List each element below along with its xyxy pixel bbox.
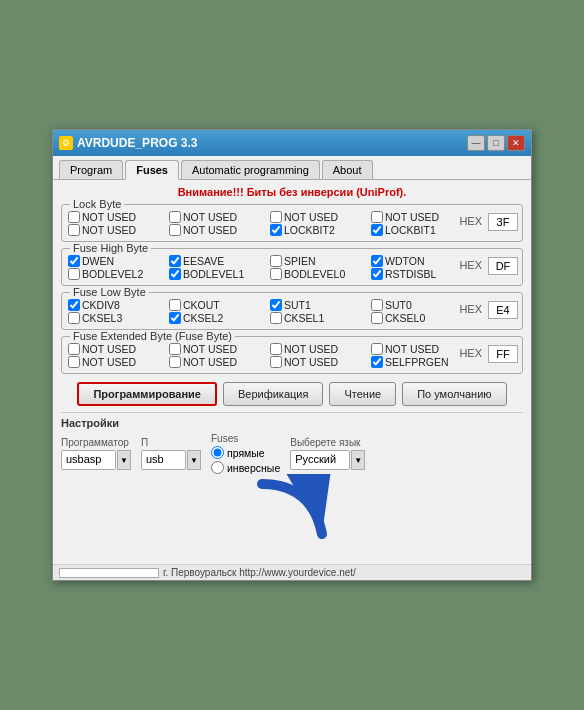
lock-byte-row1: NOT USED NOT USED NOT USED NOT USED (68, 211, 472, 223)
cb-selfprgen[interactable]: SELFPRGEN (371, 356, 472, 368)
fuses-inverted-label: инверсные (227, 462, 280, 474)
verify-button[interactable]: Верификация (223, 382, 324, 406)
settings-section: Настройки Программатор usbasp ▼ П usb ▼ (61, 412, 523, 474)
programmer-value[interactable]: usbasp (61, 450, 116, 470)
default-button[interactable]: По умолчанию (402, 382, 506, 406)
cb-sut0[interactable]: SUT0 (371, 299, 472, 311)
cb-lock-notused5[interactable]: NOT USED (68, 224, 169, 236)
fuses-inverted-radio[interactable]: инверсные (211, 461, 280, 474)
language-select[interactable]: Русский ▼ (290, 450, 365, 470)
cb-lock-notused6[interactable]: NOT USED (169, 224, 270, 236)
cb-spien[interactable]: SPIEN (270, 255, 371, 267)
fuse-low-byte-label: Fuse Low Byte (70, 286, 149, 298)
fuse-ext-row1: NOT USED NOT USED NOT USED NOT USED (68, 343, 472, 355)
minimize-button[interactable]: — (467, 135, 485, 151)
action-buttons-row: Программирование Верификация Чтение По у… (61, 382, 523, 406)
fuse-low-inner: CKDIV8 CKOUT SUT1 SUT0 CKSEL3 CKSEL2 CKS… (68, 299, 472, 324)
fuse-high-byte-group: Fuse High Byte HEX DF DWEN EESAVE SPIEN … (61, 248, 523, 286)
cb-bodlevel0[interactable]: BODLEVEL0 (270, 268, 371, 280)
fuses-direct-radio[interactable]: прямые (211, 446, 280, 459)
cb-ext-notused6[interactable]: NOT USED (169, 356, 270, 368)
port-value[interactable]: usb (141, 450, 186, 470)
cb-cksel1[interactable]: CKSEL1 (270, 312, 371, 324)
cb-bodlevel1[interactable]: BODLEVEL1 (169, 268, 270, 280)
fuse-high-row2: BODLEVEL2 BODLEVEL1 BODLEVEL0 RSTDISBL (68, 268, 472, 280)
cb-cksel2[interactable]: CKSEL2 (169, 312, 270, 324)
tab-about[interactable]: About (322, 160, 373, 179)
lock-byte-group: Lock Byte HEX 3F NOT USED NOT USED NOT U… (61, 204, 523, 242)
status-bar: г. Первоуральск http://www.yourdevice.ne… (53, 564, 531, 580)
arrow-area (61, 474, 523, 554)
language-dropdown-arrow[interactable]: ▼ (351, 450, 365, 470)
lock-byte-inner: NOT USED NOT USED NOT USED NOT USED NOT … (68, 211, 472, 236)
cb-lockbit1[interactable]: LOCKBIT1 (371, 224, 472, 236)
fuse-ext-inner: NOT USED NOT USED NOT USED NOT USED NOT … (68, 343, 472, 368)
lock-byte-label: Lock Byte (70, 198, 124, 210)
cb-rstdisbl[interactable]: RSTDISBL (371, 268, 472, 280)
port-dropdown-arrow[interactable]: ▼ (187, 450, 201, 470)
status-text: г. Первоуральск http://www.yourdevice.ne… (163, 567, 356, 578)
language-value[interactable]: Русский (290, 450, 350, 470)
tab-fuses[interactable]: Fuses (125, 160, 179, 180)
fuses-content: Внимание!!! Биты без инверсии (UniProf).… (53, 180, 531, 560)
cb-lock-notused4[interactable]: NOT USED (371, 211, 472, 223)
cb-wdton[interactable]: WDTON (371, 255, 472, 267)
cb-ckout[interactable]: CKOUT (169, 299, 270, 311)
port-group: П usb ▼ (141, 437, 201, 470)
fuses-direct-label: прямые (227, 447, 265, 459)
tabs-bar: Program Fuses Automatic programming Abou… (53, 156, 531, 180)
cb-ext-notused1[interactable]: NOT USED (68, 343, 169, 355)
cb-lockbit2[interactable]: LOCKBIT2 (270, 224, 371, 236)
programmer-group: Программатор usbasp ▼ (61, 437, 131, 470)
title-bar-left: ⚙ AVRDUDE_PROG 3.3 (59, 136, 197, 150)
fuse-ext-row2: NOT USED NOT USED NOT USED SELFPRGEN (68, 356, 472, 368)
fuse-ext-hex-value[interactable]: FF (488, 345, 518, 363)
title-bar: ⚙ AVRDUDE_PROG 3.3 — □ ✕ (53, 130, 531, 156)
cb-ext-notused2[interactable]: NOT USED (169, 343, 270, 355)
lock-byte-hex-value[interactable]: 3F (488, 213, 518, 231)
fuse-ext-byte-label: Fuse Extended Byte (Fuse Byte) (70, 330, 235, 342)
programmer-dropdown-arrow[interactable]: ▼ (117, 450, 131, 470)
cb-lock-notused3[interactable]: NOT USED (270, 211, 371, 223)
settings-label: Настройки (61, 417, 523, 429)
programmer-label: Программатор (61, 437, 131, 448)
fuse-low-row1: CKDIV8 CKOUT SUT1 SUT0 (68, 299, 472, 311)
cb-lock-notused2[interactable]: NOT USED (169, 211, 270, 223)
language-label: Выберете язык (290, 437, 365, 448)
window-title: AVRDUDE_PROG 3.3 (77, 136, 197, 150)
fuse-low-hex-label: HEX (459, 303, 482, 315)
tab-program[interactable]: Program (59, 160, 123, 179)
fuse-high-hex-label: HEX (459, 259, 482, 271)
cb-lock-notused1[interactable]: NOT USED (68, 211, 169, 223)
read-button[interactable]: Чтение (329, 382, 396, 406)
cb-ext-notused5[interactable]: NOT USED (68, 356, 169, 368)
cb-ckdiv8[interactable]: CKDIV8 (68, 299, 169, 311)
progress-bar (59, 568, 159, 578)
close-button[interactable]: ✕ (507, 135, 525, 151)
cb-sut1[interactable]: SUT1 (270, 299, 371, 311)
fuse-low-hex-value[interactable]: E4 (488, 301, 518, 319)
fuse-ext-hex-label: HEX (459, 347, 482, 359)
fuse-high-byte-label: Fuse High Byte (70, 242, 151, 254)
cb-cksel3[interactable]: CKSEL3 (68, 312, 169, 324)
cb-ext-notused7[interactable]: NOT USED (270, 356, 371, 368)
cb-dwen[interactable]: DWEN (68, 255, 169, 267)
cb-cksel0[interactable]: CKSEL0 (371, 312, 472, 324)
fuses-label: Fuses (211, 433, 280, 444)
app-icon: ⚙ (59, 136, 73, 150)
cb-eesave[interactable]: EESAVE (169, 255, 270, 267)
program-button[interactable]: Программирование (77, 382, 217, 406)
cb-ext-notused3[interactable]: NOT USED (270, 343, 371, 355)
programmer-select[interactable]: usbasp ▼ (61, 450, 131, 470)
port-label: П (141, 437, 201, 448)
tab-automatic[interactable]: Automatic programming (181, 160, 320, 179)
fuse-extended-byte-group: Fuse Extended Byte (Fuse Byte) HEX FF NO… (61, 336, 523, 374)
maximize-button[interactable]: □ (487, 135, 505, 151)
port-select[interactable]: usb ▼ (141, 450, 201, 470)
cb-bodlevel2[interactable]: BODLEVEL2 (68, 268, 169, 280)
cb-ext-notused4[interactable]: NOT USED (371, 343, 472, 355)
main-window: ⚙ AVRDUDE_PROG 3.3 — □ ✕ Program Fuses A… (52, 129, 532, 581)
fuse-low-row2: CKSEL3 CKSEL2 CKSEL1 CKSEL0 (68, 312, 472, 324)
fuse-high-hex-value[interactable]: DF (488, 257, 518, 275)
fuses-group: Fuses прямые инверсные (211, 433, 280, 474)
